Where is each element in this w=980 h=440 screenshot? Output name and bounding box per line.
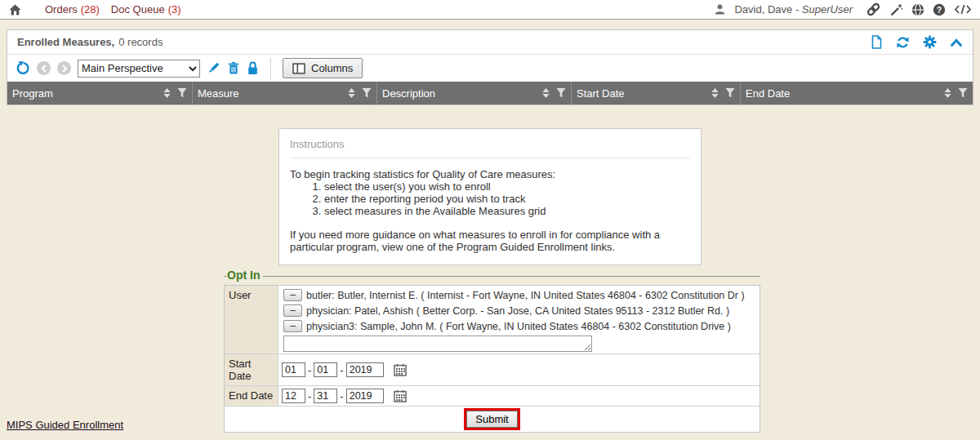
instructions-panel: Instructions To begin tracking statistic…: [278, 128, 702, 265]
lock-icon[interactable]: [247, 61, 259, 75]
nav-orders-count: (28): [81, 3, 100, 16]
instructions-note: If you need more guidance on what measur…: [290, 229, 690, 253]
user-search-input[interactable]: [283, 336, 592, 352]
sort-icon[interactable]: [944, 88, 951, 98]
topbar-user-area: David, Dave - SuperUser ?: [714, 2, 972, 16]
end-day-input[interactable]: [314, 389, 337, 403]
column-header-program[interactable]: Program: [7, 82, 192, 104]
opt-in-form: User – butler: Butler, Internist E. ( In…: [224, 285, 760, 433]
prev-perspective-icon[interactable]: [37, 61, 51, 75]
columns-icon: [292, 63, 305, 74]
next-perspective-icon[interactable]: [57, 61, 71, 75]
sort-icon[interactable]: [711, 88, 719, 98]
column-header-measure[interactable]: Measure: [192, 82, 376, 104]
opt-in-legend: Opt In: [226, 269, 263, 282]
user-icon: [714, 3, 726, 16]
toolbar-divider: [270, 58, 271, 79]
start-date-calendar-icon[interactable]: [394, 363, 407, 376]
submit-button[interactable]: Submit: [466, 411, 517, 428]
instructions-body: To begin tracking statistics for Quality…: [290, 168, 690, 253]
instructions-steps: select the user(s) you wish to enroll en…: [324, 180, 690, 217]
enrolled-user-item: – physician: Patel, Ashish ( Better Corp…: [282, 303, 756, 318]
column-header-start-date[interactable]: Start Date: [571, 82, 740, 104]
enrolled-user-text: physician: Patel, Ashish ( Better Corp. …: [306, 305, 729, 317]
sort-icon[interactable]: [348, 88, 355, 98]
column-label: Program: [12, 87, 160, 100]
filter-icon[interactable]: [556, 88, 566, 98]
enrolled-user-item: – butler: Butler, Internist E. ( Interni…: [282, 287, 756, 303]
date-separator: -: [340, 390, 343, 402]
end-month-input[interactable]: [282, 389, 305, 403]
end-year-input[interactable]: [346, 389, 384, 403]
remove-user-button[interactable]: –: [283, 320, 302, 332]
instruction-step: select measures in the Available Measure…: [324, 205, 690, 217]
edit-pencil-icon[interactable]: [207, 61, 220, 75]
opt-in-legend-row: Opt In: [224, 269, 760, 282]
panel-actions: [871, 35, 963, 49]
new-document-icon[interactable]: [871, 35, 883, 49]
end-date-label: End Date: [225, 386, 278, 406]
date-separator: -: [340, 364, 343, 376]
sort-icon[interactable]: [163, 88, 171, 98]
topbar: Orders (28) Doc Queue (3) David, Dave - …: [0, 0, 980, 20]
refresh-icon[interactable]: [896, 36, 910, 49]
home-icon[interactable]: [8, 3, 22, 16]
current-user-name: David, Dave -: [734, 3, 801, 16]
columns-button[interactable]: Columns: [283, 58, 363, 78]
sort-icon[interactable]: [542, 88, 550, 98]
start-year-input[interactable]: [346, 362, 384, 377]
panel-record-count: 0 records: [118, 36, 163, 48]
start-date-row: Start Date - -: [225, 353, 760, 385]
date-separator: -: [308, 390, 311, 402]
user-list: – butler: Butler, Internist E. ( Interni…: [278, 286, 760, 353]
gear-icon[interactable]: [923, 35, 937, 49]
help-icon[interactable]: ?: [933, 3, 946, 16]
nav-orders-label: Orders: [45, 3, 78, 16]
filter-icon[interactable]: [725, 88, 735, 98]
filter-icon[interactable]: [177, 88, 187, 98]
instructions-divider: [290, 158, 690, 158]
nav-doc-queue[interactable]: Doc Queue (3): [111, 3, 181, 16]
instructions-title: Instructions: [290, 138, 690, 150]
current-user-role: SuperUser: [802, 3, 853, 16]
grid-header-row: Program Measure Description Start Date E…: [7, 82, 973, 104]
enrolled-measures-panel: Enrolled Measures, 0 records: [7, 29, 973, 105]
enrolled-user-text: butler: Butler, Internist E. ( Internist…: [306, 290, 745, 301]
mips-guided-enrollment-link[interactable]: MIPS Guided Enrollment: [7, 419, 123, 431]
perspective-select[interactable]: Main Perspective: [78, 60, 200, 78]
enrolled-user-text: physician3: Sample, John M. ( Fort Wayne…: [306, 321, 731, 332]
globe-icon[interactable]: [911, 3, 924, 16]
panel-header: Enrolled Measures, 0 records: [7, 30, 973, 55]
nav-doc-queue-count: (3): [168, 3, 181, 16]
delete-trash-icon[interactable]: [227, 61, 240, 75]
link-icon[interactable]: [866, 2, 881, 16]
filter-icon[interactable]: [958, 88, 968, 98]
column-label: Description: [382, 87, 539, 100]
start-month-input[interactable]: [282, 362, 305, 377]
collapse-panel-icon[interactable]: [950, 38, 963, 47]
remove-user-button[interactable]: –: [283, 289, 302, 301]
current-user[interactable]: David, Dave - SuperUser: [734, 3, 853, 16]
nav-doc-queue-label: Doc Queue: [111, 3, 165, 16]
grid-toolbar: Main Perspective Columns: [7, 55, 973, 82]
column-header-end-date[interactable]: End Date: [740, 82, 973, 104]
column-label: Measure: [198, 87, 345, 100]
nav-orders[interactable]: Orders (28): [45, 3, 100, 16]
start-day-input[interactable]: [314, 362, 337, 377]
wand-icon[interactable]: [889, 3, 903, 16]
filter-icon[interactable]: [362, 88, 372, 98]
user-field-label: User: [225, 286, 278, 353]
column-header-description[interactable]: Description: [376, 82, 571, 104]
instruction-step: enter the reporting period you wish to t…: [324, 193, 690, 205]
topbar-nav: Orders (28) Doc Queue (3): [8, 3, 181, 16]
end-date-calendar-icon[interactable]: [394, 389, 407, 402]
undo-icon[interactable]: [16, 61, 30, 76]
user-row: User – butler: Butler, Internist E. ( In…: [225, 286, 760, 353]
remove-user-button[interactable]: –: [283, 304, 302, 317]
content-area: Instructions To begin tracking statistic…: [0, 105, 980, 439]
annotation-highlight: Submit: [464, 408, 519, 430]
svg-text:?: ?: [937, 4, 942, 14]
code-icon[interactable]: [954, 3, 972, 16]
end-date-row: End Date - -: [225, 385, 760, 406]
opt-in-section: Opt In User – butler: Butler, Internist …: [224, 269, 760, 433]
